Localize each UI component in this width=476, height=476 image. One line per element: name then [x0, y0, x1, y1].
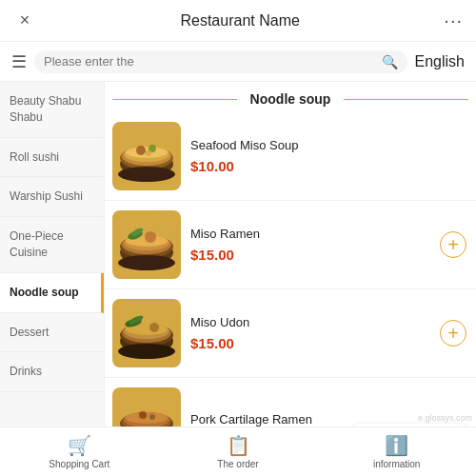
- restaurant-title: Restaurant Name: [180, 12, 299, 30]
- item-info-miso-udon: Miso Udon $15.00: [190, 315, 430, 351]
- section-title: Noodle soup: [250, 91, 331, 107]
- sidebar-item-noodle-soup[interactable]: Noodle soup: [0, 273, 104, 313]
- item-image-miso-udon: [112, 299, 181, 367]
- sidebar-item-drinks[interactable]: Drinks: [0, 352, 104, 392]
- menu-item-pork-cartilage-ramen: Pork Cartilage Ramen A 提取图中文字: [105, 378, 476, 426]
- search-icon: 🔍: [382, 54, 398, 69]
- sidebar-item-one-piece[interactable]: One-Piece Cuisine: [0, 217, 104, 273]
- item-image-miso-ramen: [112, 210, 181, 279]
- item-price-miso-ramen: $15.00: [190, 247, 430, 263]
- svg-point-31: [126, 412, 168, 424]
- item-price-seafood-miso: $10.00: [190, 158, 466, 174]
- information-icon: ℹ️: [385, 434, 408, 457]
- svg-point-17: [118, 255, 175, 270]
- item-image-pork-cartilage-ramen: [112, 387, 181, 426]
- svg-point-32: [139, 411, 147, 419]
- item-info-pork-cartilage-ramen: Pork Cartilage Ramen: [190, 412, 466, 426]
- item-name-miso-ramen: Miso Ramen: [190, 227, 430, 243]
- search-input[interactable]: [44, 54, 378, 69]
- item-name-pork-cartilage-ramen: Pork Cartilage Ramen: [190, 412, 466, 426]
- menu-area: Noodle soup Seafood Miso Soup: [105, 82, 476, 426]
- svg-point-25: [149, 323, 159, 332]
- main-content: Beauty Shabu Shabu Roll sushi Warship Su…: [0, 82, 476, 426]
- item-info-miso-ramen: Miso Ramen $15.00: [190, 227, 430, 263]
- menu-item-seafood-miso: Seafood Miso Soup $10.00: [105, 112, 476, 201]
- search-input-wrap[interactable]: 🔍: [34, 50, 407, 73]
- nav-label-shopping-cart: Shopping Cart: [49, 459, 109, 469]
- more-button[interactable]: ···: [444, 10, 463, 31]
- menu-icon[interactable]: ☰: [11, 51, 27, 72]
- svg-point-8: [118, 167, 175, 182]
- nav-label-the-order: The order: [217, 459, 258, 469]
- add-miso-ramen-button[interactable]: +: [440, 231, 466, 258]
- section-line-left: [112, 99, 237, 100]
- language-label[interactable]: English: [415, 53, 465, 70]
- order-icon: 📋: [227, 434, 250, 457]
- svg-point-7: [146, 150, 151, 156]
- nav-item-the-order[interactable]: 📋 The order: [159, 434, 318, 469]
- item-name-seafood-miso: Seafood Miso Soup: [190, 138, 466, 154]
- sidebar-item-beauty-shabu[interactable]: Beauty Shabu Shabu: [0, 82, 104, 138]
- close-button[interactable]: ×: [13, 10, 36, 30]
- section-line-right: [344, 99, 468, 100]
- sidebar: Beauty Shabu Shabu Roll sushi Warship Su…: [0, 82, 105, 426]
- nav-item-shopping-cart[interactable]: 🛒 Shopping Cart: [0, 434, 159, 469]
- sidebar-item-warship-sushi[interactable]: Warship Sushi: [0, 177, 104, 217]
- item-image-seafood-miso: [112, 122, 181, 190]
- svg-point-33: [149, 414, 155, 420]
- bottom-nav: 🛒 Shopping Cart 📋 The order ℹ️ informati…: [0, 426, 476, 476]
- svg-point-5: [136, 146, 146, 155]
- svg-point-26: [118, 344, 175, 359]
- menu-item-miso-ramen: Miso Ramen $15.00 +: [105, 201, 476, 289]
- item-price-miso-udon: $15.00: [190, 335, 430, 351]
- sidebar-item-roll-sushi[interactable]: Roll sushi: [0, 138, 104, 178]
- header: × Restaurant Name ···: [0, 0, 476, 42]
- add-miso-udon-button[interactable]: +: [440, 320, 466, 347]
- svg-point-16: [145, 231, 156, 243]
- item-name-miso-udon: Miso Udon: [190, 315, 430, 331]
- sidebar-item-dessert[interactable]: Dessert: [0, 313, 104, 353]
- section-header: Noodle soup: [105, 82, 476, 112]
- nav-item-information[interactable]: ℹ️ information: [317, 434, 476, 469]
- menu-item-miso-udon: Miso Udon $15.00 +: [105, 289, 476, 378]
- shopping-cart-icon: 🛒: [68, 434, 91, 457]
- nav-label-information: information: [373, 459, 420, 469]
- search-bar: ☰ 🔍 English: [0, 42, 476, 82]
- item-info-seafood-miso: Seafood Miso Soup $10.00: [190, 138, 466, 174]
